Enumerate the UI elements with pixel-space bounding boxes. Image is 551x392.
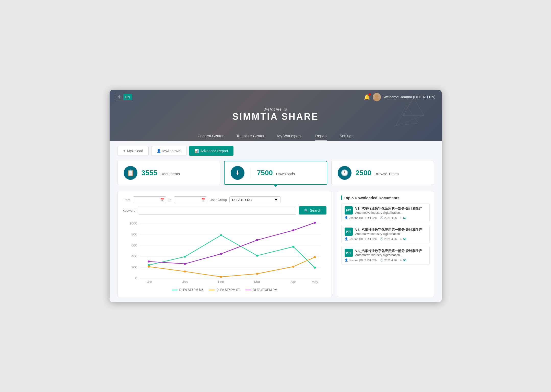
doc-title-en: Automotive industry digitalization... (355, 253, 423, 257)
legend-color-2 (209, 290, 215, 290)
keyword-input[interactable] (138, 207, 296, 215)
doc-download-count: ⬇ 50 (400, 216, 406, 219)
user-group-value: DI FA BD-DC (232, 198, 252, 202)
svg-text:Mar: Mar (254, 280, 260, 284)
clock-icon: 🕐 (380, 258, 383, 262)
list-item: PPT VS_汽车行业数字化应用第一部分-设计和生产 Automotive in… (341, 225, 430, 243)
stat-documents: 📋 3555 Documents (117, 161, 220, 185)
from-date-field[interactable] (136, 198, 159, 202)
doc-date: 🕐 2021.4.26 (380, 216, 397, 219)
doc-user: 👤 Joanna (DI IT RH CN) (345, 237, 377, 241)
user-group-label: User Group (210, 198, 227, 202)
doc-download-count: ⬇ 50 (400, 237, 406, 241)
main-content: ⬆ MyUpload 👤 MyApproval 📊 Advanced Repor… (110, 141, 442, 302)
svg-text:1000: 1000 (129, 222, 137, 225)
doc-title-cn: VS_汽车行业数字化应用第一部分-设计和生产 (355, 206, 423, 211)
doc-title-en: Automotive industry digitalization... (355, 211, 423, 215)
header-title-block: Welcome to SIMMTIA SHARE (232, 107, 319, 122)
chart-panel: From 📅 to 📅 User Group DI FA BD-DC ▼ (117, 191, 332, 297)
doc-meta: 👤 Joanna (DI IT RH CN) 🕐 2021.4.26 ⬇ 50 (345, 237, 426, 241)
browse-count: 2500 (356, 169, 371, 177)
doc-date: 🕐 2021.4.26 (380, 237, 397, 241)
documents-count: 3555 (142, 169, 157, 177)
user-icon: 👤 (345, 237, 348, 241)
user-info: 🔔 Welcome! Joanna (DI IT RH CN) (364, 93, 435, 101)
nav-my-workspace[interactable]: My Workspace (277, 131, 302, 141)
lang-switcher[interactable]: 中 EN (116, 94, 133, 100)
header-subtitle: Welcome to (232, 107, 319, 111)
legend-item-2: DI FA ST&PM ST (209, 288, 240, 292)
svg-point-27 (256, 255, 258, 257)
download-icon: ⬇ (400, 258, 402, 262)
doc-type-icon: PPT (345, 249, 353, 257)
doc-user: 👤 Joanna (DI IT RH CN) (345, 216, 377, 219)
svg-point-29 (313, 267, 316, 269)
doc-title-cn: VS_汽车行业数字化应用第一部分-设计和生产 (355, 249, 423, 253)
from-date-input[interactable]: 📅 (133, 196, 166, 203)
doc-download-count: ⬇ 50 (400, 258, 406, 262)
nav-content-center[interactable]: Content Center (198, 131, 224, 141)
clock-icon: 🕐 (380, 216, 383, 219)
nav-template-center[interactable]: Template Center (236, 131, 264, 141)
doc-card-top: PPT VS_汽车行业数字化应用第一部分-设计和生产 Automotive in… (345, 228, 426, 236)
search-button[interactable]: 🔍 Search (299, 206, 326, 215)
search-icon: 🔍 (304, 208, 308, 212)
svg-point-5 (374, 98, 380, 101)
svg-point-36 (148, 260, 150, 263)
lang-zh-button[interactable]: 中 (116, 94, 123, 100)
nav-report[interactable]: Report (315, 131, 327, 141)
calendar-to-icon[interactable]: 📅 (201, 198, 205, 202)
browse-label: Browse Times (374, 172, 398, 176)
legend-color-1 (172, 290, 178, 290)
user-greeting-text: Welcome! Joanna (DI IT RH CN) (383, 95, 435, 99)
svg-point-30 (148, 266, 150, 268)
svg-point-26 (220, 234, 222, 236)
tab-my-upload[interactable]: ⬆ MyUpload (117, 146, 149, 156)
upload-icon: ⬆ (123, 149, 126, 153)
top5-panel: Top 5 Downloaded Documents PPT VS_汽车行业数字… (337, 191, 434, 297)
tab-advanced-report[interactable]: 📊 Advanced Report (189, 146, 233, 156)
lower-section: From 📅 to 📅 User Group DI FA BD-DC ▼ (117, 191, 434, 297)
download-icon: ⬇ (400, 216, 402, 219)
notification-bell-icon[interactable]: 🔔 (364, 94, 370, 100)
svg-point-41 (313, 222, 316, 224)
doc-card-top: PPT VS_汽车行业数字化应用第一部分-设计和生产 Automotive in… (345, 249, 426, 257)
tab-my-approval[interactable]: 👤 MyApproval (151, 146, 187, 156)
user-icon: 👤 (345, 258, 348, 262)
download-icon: ⬇ (400, 237, 402, 241)
svg-point-35 (313, 256, 316, 258)
header-top-bar: 中 EN 🔔 Welcome! Joanna (DI IT RH CN) (110, 93, 442, 101)
user-group-select[interactable]: DI FA BD-DC ▼ (229, 196, 280, 203)
to-label: to (169, 198, 171, 202)
header-main-title: SIMMTIA SHARE (232, 111, 319, 122)
svg-point-4 (375, 94, 379, 98)
nav-bar: Content Center Template Center My Worksp… (110, 131, 442, 141)
svg-point-32 (220, 276, 222, 278)
svg-point-38 (220, 253, 222, 255)
tab-bar: ⬆ MyUpload 👤 MyApproval 📊 Advanced Repor… (117, 146, 434, 156)
legend-label-2: DI FA ST&PM ST (216, 288, 240, 292)
documents-label: Documents (160, 172, 180, 176)
line-chart: 0 200 400 600 800 1000 Dec Jan Feb Mar A… (123, 219, 326, 285)
to-date-input[interactable]: 📅 (174, 196, 207, 203)
svg-text:Jan: Jan (182, 280, 187, 284)
doc-title-en: Automotive industry digitalization... (355, 232, 423, 236)
legend-item-3: DI FA ST&PM PM (245, 288, 277, 292)
report-icon: 📊 (194, 149, 199, 153)
svg-text:800: 800 (131, 233, 137, 236)
doc-meta: 👤 Joanna (DI IT RH CN) 🕐 2021.4.26 ⬇ 50 (345, 258, 426, 262)
legend-color-3 (245, 290, 251, 290)
stat-divider (251, 168, 251, 178)
doc-type-icon: PPT (345, 206, 353, 215)
keyword-row: Keyword 🔍 Search (123, 206, 326, 215)
browse-icon: 🕐 (338, 166, 351, 180)
lang-en-button[interactable]: EN (123, 94, 132, 100)
calendar-from-icon[interactable]: 📅 (160, 198, 164, 202)
to-date-field[interactable] (177, 198, 200, 202)
chart-legend: DI FA ST&PM M& DI FA ST&PM ST DI FA ST&P… (123, 288, 326, 292)
svg-text:Feb: Feb (218, 280, 224, 284)
top5-title: Top 5 Downloaded Documents (341, 195, 430, 200)
nav-settings[interactable]: Settings (339, 131, 353, 141)
svg-text:0: 0 (135, 277, 137, 280)
svg-text:Apr: Apr (290, 280, 296, 284)
